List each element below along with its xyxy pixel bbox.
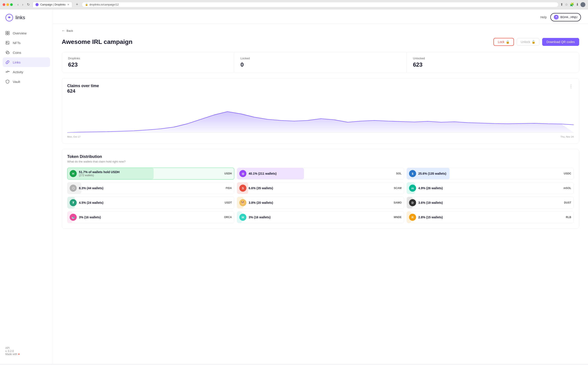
token-percentage: 51.7% of wallets hold USDH <box>79 170 119 174</box>
token-logo: 🐕 <box>239 199 246 206</box>
token-logo: 🐋 <box>70 214 77 221</box>
sidebar-item-vault[interactable]: Vault <box>0 77 53 86</box>
share-icon[interactable]: ⬆ <box>560 2 563 7</box>
token-item-usdc: $ 25.6% (135 wallets) USDC <box>407 168 574 180</box>
sidebar-item-activity[interactable]: Activity <box>0 67 53 77</box>
browser-actions: ⬆ ☆ 🧩 ⬇ <box>560 2 585 7</box>
forward-nav-button[interactable]: › <box>21 2 24 7</box>
token-item-rlb: R 2.8% (15 wallets) RLB <box>407 211 574 223</box>
token-info: 2.8% (15 wallets) <box>418 216 443 219</box>
token-percentage: 2.8% (15 wallets) <box>418 216 443 219</box>
shield-icon <box>5 79 10 84</box>
chart-menu-button[interactable]: ⋮ <box>569 84 574 89</box>
sidebar-item-overview[interactable]: Overview <box>0 28 53 38</box>
svg-point-6 <box>7 42 7 42</box>
token-symbol: mSOL <box>564 187 571 190</box>
token-info: 8.3% (44 wallets) <box>79 186 103 190</box>
token-percentage: 3% (16 wallets) <box>249 216 271 219</box>
download-qr-button[interactable]: Download QR codes <box>542 38 579 46</box>
token-info: 3.8% (20 wallets) <box>249 201 273 204</box>
link-icon <box>5 60 10 64</box>
chart-count: 624 <box>67 88 99 94</box>
sidebar-item-links[interactable]: Links <box>3 57 50 67</box>
minimize-dot[interactable] <box>6 3 9 6</box>
back-button[interactable]: ← Back <box>62 29 73 33</box>
token-grid: H 51.7% of wallets hold USDH (272 wallet… <box>67 168 574 223</box>
token-info: 4.5% (24 wallets) <box>79 201 103 204</box>
grid-icon <box>5 31 10 35</box>
coins-icon <box>5 50 10 55</box>
back-nav-button[interactable]: ‹ <box>16 2 20 7</box>
version-label: v. 0.2.0 <box>5 350 47 353</box>
token-symbol: MNDE <box>394 216 402 219</box>
address-bar[interactable]: 🔒 droplinks.io/campaign/12 <box>82 2 559 7</box>
user-avatar <box>554 15 559 20</box>
unlock-button[interactable]: Unlock 🔓 <box>517 38 540 46</box>
token-logo: D <box>409 199 416 206</box>
logo-icon <box>5 14 13 22</box>
chart-dates: Mon, Oct 17 Thu, Nov 24 <box>67 135 574 138</box>
lock-icon: 🔒 <box>506 40 510 44</box>
token-item-usdt: ₮ 4.5% (24 wallets) USDT <box>67 197 234 209</box>
header-actions: Lock 🔒 Unlock 🔓 Download QR codes <box>493 38 579 46</box>
token-symbol: DUST <box>564 201 571 204</box>
token-title: Token Distribution <box>67 154 574 159</box>
chart-card: Claims over time 624 ⋮ <box>62 78 579 144</box>
token-logo: ⬡ <box>70 185 77 192</box>
token-logo: ₮ <box>70 199 77 206</box>
token-symbol: USDC <box>564 172 571 175</box>
user-badge[interactable]: BGH4...HNjU <box>550 13 581 21</box>
maximize-dot[interactable] <box>10 3 13 6</box>
sidebar-footer: API v. 0.2.0 Made with ♥ <box>0 343 53 359</box>
campaign-title: Awesome IRL campaign <box>62 38 132 45</box>
stat-locked: Locked 0 <box>234 52 407 73</box>
image-icon <box>5 41 10 45</box>
download-icon[interactable]: ⬇ <box>576 2 579 7</box>
sidebar-item-label: Vault <box>13 80 20 84</box>
close-dot[interactable] <box>3 3 5 6</box>
tab-close-button[interactable]: ✕ <box>67 3 69 6</box>
token-logo: S <box>239 185 246 192</box>
token-item-msol: m 4.9% (26 wallets) mSOL <box>407 182 574 194</box>
campaign-header: Awesome IRL campaign Lock 🔒 Unlock 🔓 Dow… <box>62 38 579 46</box>
unlock-label: Unlock <box>521 40 530 44</box>
back-arrow-icon: ← <box>62 29 65 33</box>
help-button[interactable]: Help <box>540 15 547 19</box>
token-item-dust: D 3.6% (19 wallets) DUST <box>407 197 574 209</box>
chart-title-area: Claims over time 624 <box>67 84 99 98</box>
token-percentage: 25.6% (135 wallets) <box>418 172 446 175</box>
unlocked-label: Unlocked <box>413 57 573 60</box>
token-item-orca: 🐋 3% (16 wallets) ORCA <box>67 211 234 223</box>
browser-tab[interactable]: Campaign | Droplinks ✕ <box>33 2 73 7</box>
token-percentage: 8.3% (44 wallets) <box>79 186 103 190</box>
browser-dots <box>3 3 13 6</box>
token-info: 3.6% (19 wallets) <box>418 201 443 204</box>
bookmark-icon[interactable]: ☆ <box>565 2 568 7</box>
sidebar-nav: Overview NFTs <box>0 28 53 343</box>
svg-rect-5 <box>8 33 9 35</box>
token-percentage: 3.8% (20 wallets) <box>249 201 273 204</box>
logo-text: links <box>15 15 25 21</box>
token-info: 25.6% (135 wallets) <box>418 172 446 175</box>
locked-value: 0 <box>240 61 400 68</box>
sidebar-item-label: NFTs <box>13 41 21 45</box>
token-symbol: USDT <box>225 201 232 204</box>
sidebar-item-coins[interactable]: Coins <box>0 48 53 57</box>
token-symbol: SOL <box>396 172 402 175</box>
heart-icon: ♥ <box>18 353 20 356</box>
token-logo: $ <box>409 170 416 177</box>
api-label: API <box>5 346 47 350</box>
extensions-icon[interactable]: 🧩 <box>570 2 574 7</box>
droplinks-value: 623 <box>68 61 228 68</box>
lock-icon: 🔒 <box>85 3 88 6</box>
sidebar-item-nfts[interactable]: NFTs <box>0 38 53 48</box>
lock-button[interactable]: Lock 🔒 <box>493 38 514 46</box>
token-percentage: 3% (16 wallets) <box>79 216 101 219</box>
chart-date-start: Mon, Oct 17 <box>67 135 81 138</box>
refresh-button[interactable]: ↻ <box>26 2 31 7</box>
token-logo: R <box>409 214 416 221</box>
new-tab-button[interactable]: + <box>74 2 80 7</box>
profile-icon[interactable] <box>581 2 585 7</box>
svg-point-11 <box>556 16 557 17</box>
token-symbol: SAMO <box>394 201 402 204</box>
